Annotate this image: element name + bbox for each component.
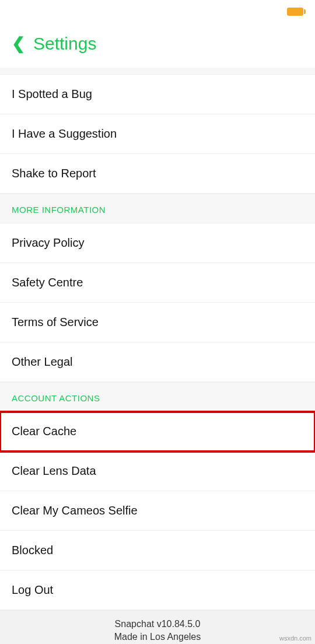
list-item-shake[interactable]: Shake to Report <box>0 154 315 194</box>
list-item-legal[interactable]: Other Legal <box>0 342 315 382</box>
footer: Snapchat v10.84.5.0 Made in Los Angeles <box>0 610 315 644</box>
list-item-clear-cameos[interactable]: Clear My Cameos Selfie <box>0 491 315 531</box>
back-icon[interactable]: ❮ <box>12 36 25 52</box>
page-title: Settings <box>33 34 96 54</box>
list-item-bug[interactable]: I Spotted a Bug <box>0 75 315 114</box>
list-item-safety[interactable]: Safety Centre <box>0 263 315 303</box>
battery-icon <box>287 8 303 16</box>
footer-location: Made in Los Angeles <box>0 631 315 643</box>
feedback-section: I Spotted a Bug I Have a Suggestion Shak… <box>0 75 315 194</box>
list-item-logout[interactable]: Log Out <box>0 570 315 610</box>
section-header-account-actions: ACCOUNT ACTIONS <box>0 382 315 412</box>
status-bar <box>0 0 315 23</box>
section-gap <box>0 68 315 75</box>
list-item-suggestion[interactable]: I Have a Suggestion <box>0 114 315 154</box>
watermark: wsxdn.com <box>279 635 312 642</box>
list-item-privacy[interactable]: Privacy Policy <box>0 223 315 263</box>
section-header-more-info: MORE INFORMATION <box>0 194 315 223</box>
header: ❮ Settings <box>0 23 315 68</box>
account-actions-section: Clear Cache Clear Lens Data Clear My Cam… <box>0 412 315 610</box>
list-item-terms[interactable]: Terms of Service <box>0 303 315 342</box>
list-item-clear-lens[interactable]: Clear Lens Data <box>0 452 315 491</box>
list-item-clear-cache[interactable]: Clear Cache <box>0 412 315 452</box>
list-item-blocked[interactable]: Blocked <box>0 531 315 570</box>
more-info-section: Privacy Policy Safety Centre Terms of Se… <box>0 223 315 382</box>
footer-version: Snapchat v10.84.5.0 <box>0 618 315 631</box>
